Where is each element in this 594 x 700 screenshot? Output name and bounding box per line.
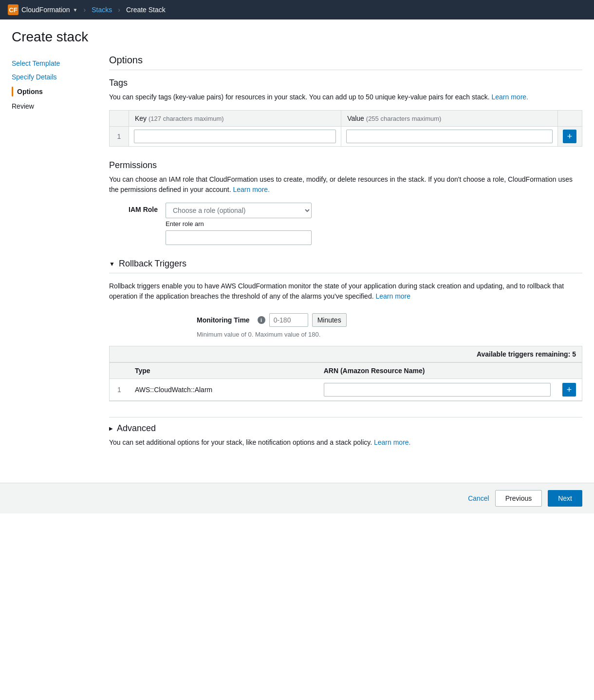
tags-section: Tags You can specify tags (key-value pai… (109, 78, 582, 147)
cloudformation-logo-icon: CF (8, 4, 19, 15)
triggers-arn-cell (318, 379, 557, 401)
triggers-table-wrapper: Available triggers remaining: 5 Type ARN… (109, 346, 582, 401)
footer-bar: Cancel Previous Next (0, 483, 594, 513)
triggers-col-num (110, 363, 129, 379)
rollback-learn-more-link[interactable]: Learn more (375, 292, 410, 300)
triggers-row-num: 1 (110, 379, 129, 401)
tags-row-num: 1 (110, 127, 129, 147)
triggers-col-type: Type (129, 363, 318, 379)
content-area: Options Tags You can specify tags (key-v… (99, 55, 582, 461)
tags-key-cell (129, 127, 341, 147)
rollback-description: Rollback triggers enable you to have AWS… (109, 281, 582, 302)
enter-role-arn-hint: Enter role arn (166, 220, 312, 227)
monitoring-unit-label: Minutes (312, 313, 347, 327)
sidebar-item-review-label: Review (12, 102, 34, 110)
sidebar: Select Template Specify Details Options … (12, 55, 99, 461)
page-title: Create stack (12, 29, 582, 45)
next-button[interactable]: Next (548, 490, 582, 507)
nav-separator: › (84, 6, 86, 14)
section-divider (109, 70, 582, 70)
triggers-table: Type ARN (Amazon Resource Name) 1 AWS::C… (110, 362, 582, 401)
nav-stacks-link[interactable]: Stacks (92, 6, 112, 14)
tags-col-action (558, 111, 582, 127)
nav-breadcrumb-separator: › (118, 6, 120, 14)
rollback-collapse-arrow-icon: ▼ (109, 261, 115, 267)
sidebar-item-select-template[interactable]: Select Template (12, 57, 99, 70)
iam-role-controls: Choose a role (optional) Enter role arn (166, 203, 312, 245)
nav-logo[interactable]: CF CloudFormation ▼ (8, 4, 78, 15)
monitoring-time-input[interactable] (269, 313, 308, 327)
triggers-type-value: AWS::CloudWatch::Alarm (135, 386, 212, 394)
advanced-section: ▶ Advanced You can set additional option… (109, 417, 582, 448)
svg-text:CF: CF (9, 6, 17, 14)
previous-button[interactable]: Previous (495, 490, 542, 507)
top-nav: CF CloudFormation ▼ › Stacks › Create St… (0, 0, 594, 19)
iam-role-select[interactable]: Choose a role (optional) (166, 203, 312, 218)
page-container: Create stack Select Template Specify Det… (0, 19, 594, 471)
table-row: 1 + (110, 127, 582, 147)
sidebar-item-select-template-label: Select Template (12, 59, 60, 67)
tags-table: Key (127 characters maximum) Value (255 … (109, 110, 582, 147)
advanced-collapse-arrow-icon: ▶ (109, 426, 113, 431)
triggers-add-button[interactable]: + (562, 383, 576, 397)
advanced-description: You can set additional options for your … (109, 437, 582, 448)
monitoring-hint: Minimum value of 0. Maximum value of 180… (109, 331, 582, 338)
monitoring-row: Monitoring Time i Minutes (109, 313, 582, 327)
permissions-description: You can choose an IAM role that CloudFor… (109, 174, 582, 195)
triggers-col-action (557, 363, 582, 379)
tags-title: Tags (109, 78, 582, 88)
sidebar-item-options[interactable]: Options (12, 84, 99, 99)
sidebar-item-specify-details-label: Specify Details (12, 73, 57, 81)
nav-dropdown-arrow-icon: ▼ (73, 7, 78, 13)
permissions-learn-more-link[interactable]: Learn more. (233, 186, 269, 193)
triggers-add-cell: + (557, 379, 582, 401)
tags-col-key: Key (127 characters maximum) (129, 111, 341, 127)
triggers-col-arn: ARN (Amazon Resource Name) (318, 363, 557, 379)
iam-role-label: IAM Role (109, 203, 158, 213)
advanced-learn-more-link[interactable]: Learn more. (374, 438, 410, 446)
main-layout: Select Template Specify Details Options … (12, 55, 582, 461)
tags-value-input[interactable] (346, 130, 553, 143)
tags-value-cell (341, 127, 558, 147)
rollback-title: Rollback Triggers (119, 259, 186, 269)
nav-current-page: Create Stack (126, 6, 166, 14)
rollback-section: ▼ Rollback Triggers Rollback triggers en… (109, 259, 582, 401)
nav-logo-text: CloudFormation (21, 6, 70, 14)
role-arn-input[interactable] (166, 230, 312, 245)
sidebar-item-review[interactable]: Review (12, 99, 99, 113)
cancel-button[interactable]: Cancel (468, 494, 489, 502)
tags-learn-more-link[interactable]: Learn more. (491, 93, 528, 101)
permissions-title: Permissions (109, 160, 582, 170)
advanced-collapse-header[interactable]: ▶ Advanced (109, 417, 582, 437)
tags-key-input[interactable] (134, 130, 336, 143)
tags-description: You can specify tags (key-value pairs) f… (109, 92, 582, 102)
table-row: 1 AWS::CloudWatch::Alarm + (110, 379, 582, 401)
options-section-title: Options (109, 55, 582, 66)
advanced-title: Advanced (117, 423, 156, 434)
sidebar-item-options-label: Options (17, 88, 43, 95)
tags-add-cell: + (558, 127, 582, 147)
sidebar-item-specify-details[interactable]: Specify Details (12, 70, 99, 84)
triggers-arn-input[interactable] (324, 383, 551, 397)
tags-add-button[interactable]: + (563, 130, 576, 143)
rollback-divider (109, 273, 582, 273)
tags-col-value: Value (255 characters maximum) (341, 111, 558, 127)
iam-role-row: IAM Role Choose a role (optional) Enter … (109, 203, 582, 245)
triggers-available-label: Available triggers remaining: 5 (110, 346, 582, 362)
tags-col-num (110, 111, 129, 127)
monitoring-label: Monitoring Time (197, 316, 250, 324)
permissions-section: Permissions You can choose an IAM role t… (109, 160, 582, 245)
monitoring-info-icon[interactable]: i (258, 316, 265, 324)
sidebar-active-indicator (12, 87, 13, 96)
rollback-collapse-header[interactable]: ▼ Rollback Triggers (109, 259, 582, 269)
triggers-type-cell: AWS::CloudWatch::Alarm (129, 379, 318, 401)
